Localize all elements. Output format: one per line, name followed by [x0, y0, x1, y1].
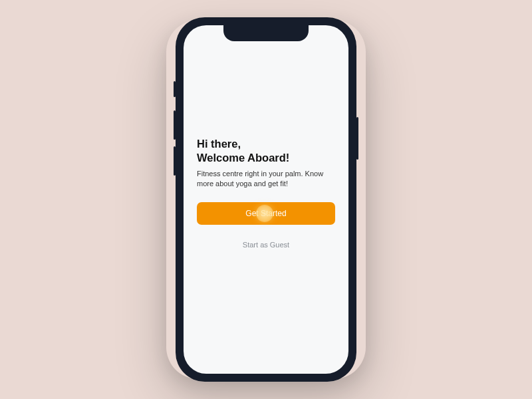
- get-started-button[interactable]: Get Started: [197, 202, 335, 225]
- welcome-heading: Hi there, Welcome Aboard!: [197, 137, 335, 165]
- heading-line1: Hi there,: [197, 138, 241, 150]
- start-as-guest-link[interactable]: Start as Guest: [197, 241, 335, 249]
- volume-up-button: [174, 110, 176, 140]
- notch: [223, 25, 309, 41]
- welcome-content: Hi there, Welcome Aboard! Fitness centre…: [197, 137, 335, 249]
- heading-line2: Welcome Aboard!: [197, 152, 289, 164]
- welcome-subtext: Fitness centre right in your palm. Know …: [197, 169, 327, 189]
- mute-switch: [174, 81, 176, 97]
- volume-down-button: [174, 146, 176, 176]
- phone-frame: Hi there, Welcome Aboard! Fitness centre…: [176, 17, 356, 382]
- get-started-label: Get Started: [245, 209, 286, 218]
- power-button: [356, 117, 358, 160]
- phone-screen: Hi there, Welcome Aboard! Fitness centre…: [184, 25, 348, 374]
